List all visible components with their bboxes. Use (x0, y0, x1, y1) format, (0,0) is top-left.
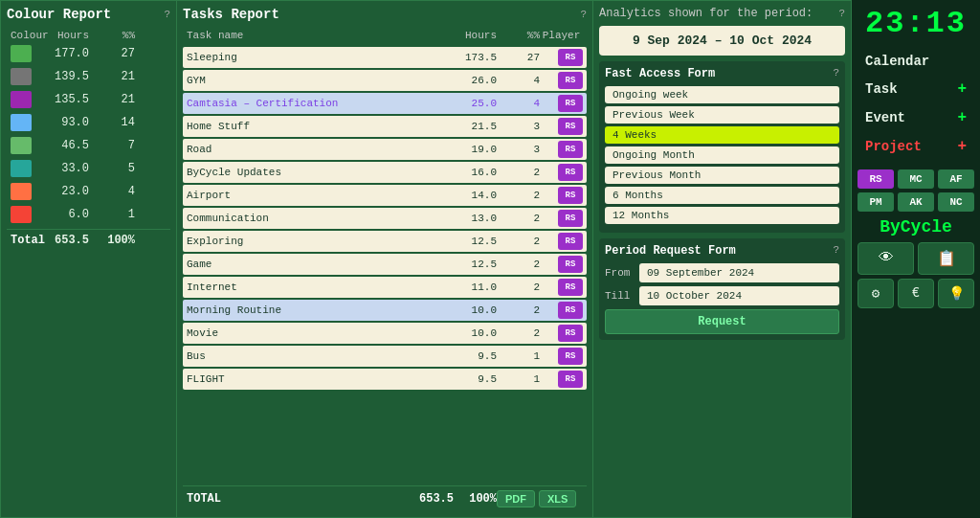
bottom-icon-row: 👁 📋 (858, 242, 974, 275)
tasks-total-label: TOTAL (187, 492, 401, 506)
user-badge-af[interactable]: AF (938, 169, 974, 189)
user-badge-rs[interactable]: RS (858, 169, 894, 189)
task-pct: 4 (497, 98, 540, 109)
fast-access-btn[interactable]: Previous Week (605, 106, 839, 124)
colour-report-panel: Colour Report ? Colour Hours %% 177.0 27… (0, 0, 177, 518)
task-row: Communication 13.0 2 RS (183, 208, 587, 229)
tasks-report-help[interactable]: ? (580, 9, 587, 20)
colour-total-row: Total 653.5 100% (7, 229, 170, 251)
bottom-settings-row: ⚙ € 💡 (858, 279, 974, 308)
footer-buttons: PDF XLS (497, 490, 583, 507)
analytics-help[interactable]: ? (838, 8, 845, 19)
colour-report-header: Colour Report ? (7, 7, 170, 22)
period-display: 9 Sep 2024 – 10 Oct 2024 (599, 26, 845, 56)
colour-report-title: Colour Report (7, 7, 111, 22)
task-hours: 14.0 (444, 190, 497, 201)
lightbulb-icon-btn[interactable]: 💡 (938, 279, 974, 308)
task-pct: 2 (497, 282, 540, 293)
colour-swatch (11, 160, 32, 177)
colour-hours: 6.0 (39, 208, 97, 221)
nav-item-event[interactable]: Event+ (858, 104, 974, 131)
nav-label: Project (865, 139, 922, 154)
player-badge: RS (558, 348, 583, 365)
task-pct: 27 (497, 52, 540, 63)
fast-access-btn[interactable]: Previous Month (605, 167, 839, 184)
task-name: Bus (187, 350, 444, 362)
task-name: Movie (187, 327, 444, 339)
task-hours: 173.5 (444, 52, 497, 63)
task-row: ByCycle Updates 16.0 2 RS (183, 162, 587, 183)
task-col-pct: %% (497, 30, 540, 41)
fast-access-btn[interactable]: Ongoing Month (605, 146, 839, 164)
colour-hours: 135.5 (39, 93, 97, 106)
fast-access-btn[interactable]: 4 Weeks (605, 126, 839, 144)
task-col-name: Task name (187, 30, 444, 41)
fast-access-btn[interactable]: 6 Months (605, 187, 839, 204)
fast-access-btn[interactable]: 12 Months (605, 207, 839, 224)
request-button[interactable]: Request (605, 309, 839, 334)
user-badge-nc[interactable]: NC (938, 192, 974, 212)
tasks-report-title: Tasks Report (183, 7, 279, 22)
nav-plus-icon: + (957, 138, 967, 155)
task-row: Morning Routine 10.0 2 RS (183, 300, 587, 321)
player-badge: RS (558, 95, 583, 112)
colour-swatch (11, 137, 32, 154)
task-hours: 13.0 (444, 213, 497, 224)
eye-icon-btn[interactable]: 👁 (858, 242, 914, 275)
player-badge: RS (558, 118, 583, 135)
tasks-report-header: Tasks Report ? (183, 7, 587, 22)
colour-row: 33.0 5 (7, 158, 170, 179)
task-name: Camtasia – Certification (187, 98, 444, 109)
period-request-help[interactable]: ? (833, 244, 839, 258)
analytics-title: Analytics shown for the period: (599, 7, 813, 20)
task-hours: 16.0 (444, 167, 497, 178)
task-col-player: Player (540, 30, 583, 41)
colour-hours: 33.0 (39, 162, 97, 175)
player-badge: RS (558, 72, 583, 89)
task-row: GYM 26.0 4 RS (183, 70, 587, 91)
analytics-panel: Analytics shown for the period: ? 9 Sep … (593, 0, 852, 518)
till-input[interactable] (639, 286, 839, 305)
clock-display: 23:13 (865, 6, 967, 41)
tasks-table-header: Task name Hours %% Player (183, 28, 587, 43)
task-pct: 2 (497, 327, 540, 339)
nav-item-calendar[interactable]: Calendar (858, 49, 974, 74)
user-badge-ak[interactable]: AK (898, 192, 934, 212)
colour-row: 46.5 7 (7, 135, 170, 156)
player-badge: RS (558, 371, 583, 388)
player-badge: RS (558, 233, 583, 250)
colour-rows: 177.0 27 139.5 21 135.5 21 93.0 14 46.5 … (7, 43, 170, 225)
colour-swatch (11, 91, 32, 108)
nav-label: Calendar (865, 54, 929, 69)
colour-pct: 27 (97, 47, 135, 60)
task-name: Morning Routine (187, 304, 444, 316)
user-badge-mc[interactable]: MC (898, 169, 934, 189)
colour-pct: 14 (97, 116, 135, 129)
nav-item-project[interactable]: Project+ (858, 133, 974, 160)
task-hours: 25.0 (444, 98, 497, 109)
task-pct: 4 (497, 75, 540, 86)
pdf-button[interactable]: PDF (497, 490, 535, 507)
colour-pct: 5 (97, 162, 135, 175)
task-pct: 2 (497, 259, 540, 270)
nav-item-task[interactable]: Task+ (858, 76, 974, 102)
player-badge: RS (558, 302, 583, 319)
fast-access-btn[interactable]: Ongoing week (605, 86, 839, 103)
player-badge: RS (558, 256, 583, 273)
task-name: Road (187, 144, 444, 155)
colour-report-help[interactable]: ? (164, 9, 170, 20)
task-hours: 19.0 (444, 144, 497, 155)
xls-button[interactable]: XLS (539, 490, 576, 507)
task-row: Home Stuff 21.5 3 RS (183, 116, 587, 137)
task-row: Internet 11.0 2 RS (183, 277, 587, 298)
settings-icon-btn[interactable]: ⚙ (858, 279, 894, 308)
nav-items: CalendarTask+Event+Project+ (858, 49, 974, 162)
fast-access-help[interactable]: ? (833, 67, 839, 80)
task-row: Camtasia – Certification 25.0 4 RS (183, 93, 587, 114)
clipboard-icon-btn[interactable]: 📋 (918, 242, 974, 275)
user-badge-pm[interactable]: PM (858, 192, 894, 212)
euro-icon-btn[interactable]: € (898, 279, 934, 308)
from-input[interactable] (639, 263, 839, 282)
colour-row: 177.0 27 (7, 43, 170, 64)
colour-swatch (11, 45, 32, 62)
